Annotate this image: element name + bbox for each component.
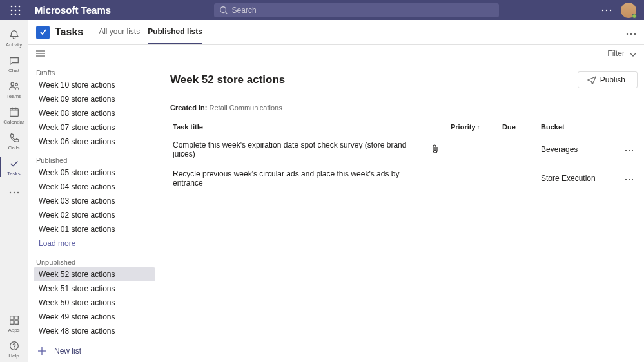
- svg-point-7: [15, 13, 17, 15]
- svg-point-2: [19, 5, 21, 7]
- app-title: Microsoft Teams: [35, 5, 111, 15]
- svg-point-3: [11, 9, 13, 11]
- apps-icon: [8, 314, 21, 327]
- avatar[interactable]: [621, 3, 636, 18]
- filter-button[interactable]: Filter: [607, 49, 625, 58]
- list-item[interactable]: Week 51 store actions: [34, 281, 155, 296]
- svg-point-13: [610, 9, 611, 10]
- section-published: Published: [34, 154, 155, 166]
- rail-apps[interactable]: Apps: [0, 310, 28, 336]
- col-due[interactable]: Due: [500, 119, 538, 135]
- tasks-app-tile: [36, 26, 50, 39]
- meta-line: Created in: Retail Communications: [170, 104, 638, 111]
- tab-all-lists[interactable]: All your lists: [99, 20, 140, 44]
- sort-asc-icon: ↑: [477, 124, 480, 131]
- table-row[interactable]: Recycle previous week's circular ads and…: [170, 164, 638, 193]
- teams-icon: [8, 80, 21, 93]
- svg-point-29: [627, 33, 628, 35]
- table-row[interactable]: Complete this week's expiration date spo…: [170, 135, 638, 164]
- rail-calls[interactable]: Calls: [0, 128, 28, 154]
- list-item[interactable]: Week 02 store actions: [34, 208, 155, 222]
- list-item[interactable]: Week 08 store actions: [34, 106, 155, 120]
- load-more-published[interactable]: Load more: [34, 236, 155, 251]
- send-icon: [587, 75, 596, 84]
- list-item[interactable]: Week 49 store actions: [34, 310, 155, 324]
- hamburger-icon[interactable]: [36, 48, 45, 59]
- svg-point-4: [15, 9, 17, 11]
- svg-point-30: [630, 33, 632, 35]
- list-item[interactable]: Week 52 store actions: [34, 267, 155, 281]
- svg-point-9: [220, 6, 226, 12]
- svg-point-12: [606, 9, 607, 10]
- row-more-icon[interactable]: [622, 135, 638, 164]
- publish-button[interactable]: Publish: [578, 71, 638, 88]
- plus-icon: [36, 345, 48, 357]
- phone-icon: [8, 131, 21, 144]
- header-more-icon[interactable]: [601, 9, 612, 12]
- col-title[interactable]: Task title: [170, 119, 429, 135]
- col-priority[interactable]: Priority↑: [448, 119, 500, 135]
- list-item[interactable]: Week 05 store actions: [34, 166, 155, 180]
- rail-activity[interactable]: Activity: [0, 25, 28, 51]
- rail-teams[interactable]: Teams: [0, 77, 28, 102]
- list-item[interactable]: Week 10 store actions: [34, 78, 155, 92]
- svg-point-14: [11, 82, 14, 86]
- svg-point-42: [632, 179, 633, 180]
- svg-point-5: [19, 9, 21, 11]
- svg-rect-23: [10, 316, 13, 319]
- svg-point-0: [11, 5, 13, 7]
- svg-point-8: [19, 13, 21, 15]
- section-drafts: Drafts: [34, 66, 155, 78]
- list-item[interactable]: Week 50 store actions: [34, 296, 155, 310]
- svg-rect-25: [10, 321, 13, 324]
- search-icon: [219, 6, 228, 15]
- svg-point-38: [629, 150, 630, 151]
- svg-point-15: [15, 84, 17, 86]
- rail-more[interactable]: [0, 180, 28, 205]
- svg-point-11: [602, 9, 603, 10]
- tab-published-lists[interactable]: Published lists: [148, 20, 202, 44]
- page-title: Week 52 store actions: [170, 73, 285, 86]
- list-item[interactable]: Week 03 store actions: [34, 194, 155, 208]
- svg-point-31: [634, 33, 636, 35]
- tab-more-icon[interactable]: [626, 26, 636, 38]
- new-list-button[interactable]: New list: [28, 339, 161, 362]
- tasks-icon: [8, 157, 21, 170]
- svg-point-28: [14, 348, 14, 348]
- svg-rect-16: [10, 109, 18, 117]
- svg-line-10: [225, 12, 227, 14]
- presence-badge: [632, 14, 637, 19]
- col-bucket[interactable]: Bucket: [538, 119, 622, 135]
- section-unpublished: Unpublished: [34, 256, 155, 267]
- svg-point-37: [625, 150, 627, 151]
- list-item[interactable]: Week 09 store actions: [34, 92, 155, 106]
- chat-icon: [8, 54, 21, 67]
- calendar-icon: [8, 106, 21, 119]
- svg-rect-24: [14, 316, 17, 319]
- svg-point-6: [11, 13, 13, 15]
- svg-point-20: [9, 192, 10, 193]
- waffle-icon[interactable]: [8, 3, 23, 18]
- list-item[interactable]: Week 04 store actions: [34, 180, 155, 194]
- check-icon: [39, 28, 47, 36]
- rail-help[interactable]: Help: [0, 336, 28, 362]
- attachment-icon: [429, 135, 448, 164]
- rail-chat[interactable]: Chat: [0, 51, 28, 77]
- list-item[interactable]: Week 06 store actions: [34, 135, 155, 149]
- rail-calendar[interactable]: Calendar: [0, 102, 28, 128]
- svg-point-39: [632, 150, 633, 151]
- more-icon: [8, 186, 21, 199]
- svg-point-40: [625, 179, 627, 180]
- help-icon: [8, 339, 21, 352]
- chevron-down-icon[interactable]: [630, 48, 636, 59]
- svg-rect-26: [14, 321, 17, 324]
- rail-tasks[interactable]: Tasks: [0, 154, 28, 180]
- list-item[interactable]: Week 07 store actions: [34, 120, 155, 135]
- list-item[interactable]: Week 48 store actions: [34, 324, 155, 338]
- svg-point-41: [629, 179, 630, 180]
- svg-point-22: [17, 192, 18, 193]
- search-input[interactable]: Search: [214, 3, 499, 17]
- list-item[interactable]: Week 01 store actions: [34, 222, 155, 236]
- row-more-icon[interactable]: [622, 164, 638, 193]
- svg-point-21: [13, 192, 14, 193]
